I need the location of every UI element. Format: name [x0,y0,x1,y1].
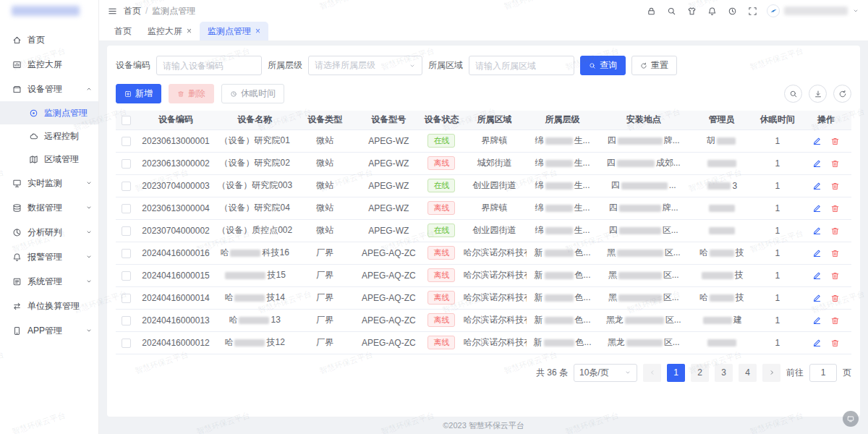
theme-icon[interactable] [687,7,697,16]
time-icon[interactable] [728,7,737,16]
row-checkbox[interactable] [122,339,131,348]
edit-button[interactable] [812,182,822,191]
level: 绵生... [527,174,597,197]
edit-button[interactable] [812,159,822,169]
lock-icon[interactable] [647,7,656,16]
install-location: 四... [598,174,689,197]
device-table: 设备编码设备名称设备类型设备型号设备状态所属区域所属层级安装地点管理员休眠时间操… [116,111,851,354]
edit-button[interactable] [812,249,822,258]
edit-button[interactable] [812,316,822,326]
tab-monitor-screen[interactable]: 监控大屏× [140,22,200,41]
edit-button[interactable] [812,226,822,236]
edit-button[interactable] [812,204,822,213]
sidebar-item-alarm-mgmt[interactable]: 报警管理 [0,244,98,269]
table-row: 20240416000012哈技12厂界APEG-AQ-ZC离线哈尔滨诺尔科技有… [116,331,851,354]
goto-unit: 页 [843,367,851,379]
sidebar-item-monitor-screen[interactable]: 监控大屏 [0,52,98,77]
sidebar-item-realtime-monitor[interactable]: 实时监测 [0,171,98,195]
sidebar-item-home[interactable]: 首页 [0,27,98,52]
row-checkbox[interactable] [122,271,131,281]
edit-button[interactable] [812,339,822,348]
sidebar-item-label: 单位换算管理 [27,300,80,312]
delete-row-button[interactable] [830,182,840,191]
close-icon[interactable]: × [187,27,192,35]
sidebar-item-app-mgmt[interactable]: APP管理 [0,318,98,343]
app-root: 首页监控大屏设备管理监测点管理远程控制区域管理实时监测数据管理分析研判报警管理系… [0,0,868,434]
fullscreen-icon[interactable] [748,7,757,16]
tab-monitor-point-mgmt[interactable]: 监测点管理× [200,22,268,41]
page-button-2[interactable]: 2 [691,364,709,382]
delete-row-button[interactable] [830,249,840,258]
redacted-text [545,160,573,167]
page-button-3[interactable]: 3 [715,364,733,382]
delete-row-button[interactable] [830,159,840,169]
search-button[interactable]: 查询 [580,56,626,75]
edit-button[interactable] [812,294,822,303]
table-row: 20230704000003（设备）研究院003微站APEG-WZ在线创业园街道… [116,174,851,197]
delete-row-button[interactable] [830,137,840,146]
sidebar-item-data-mgmt[interactable]: 数据管理 [0,195,98,220]
realtime-icon [12,179,22,188]
notification-icon[interactable] [707,7,717,16]
prev-page-button[interactable] [643,364,661,382]
sidebar-item-remote-control[interactable]: 远程控制 [0,124,98,148]
search-icon[interactable] [667,7,676,16]
breadcrumb-home[interactable]: 首页 [124,5,141,17]
device-type: 微站 [294,129,356,152]
redacted-text [626,339,663,346]
download-button[interactable] [809,85,827,103]
delete-button[interactable]: 删除 [169,84,214,103]
delete-row-button[interactable] [830,204,840,213]
row-checkbox[interactable] [122,204,131,213]
sidebar-item-unit-conversion-mgmt[interactable]: 单位换算管理 [0,294,98,318]
delete-row-button[interactable] [830,294,840,303]
row-checkbox[interactable] [122,182,131,191]
reset-button[interactable]: 重置 [631,56,677,75]
level-select[interactable]: 请选择所属层级 [308,56,422,75]
edit-button[interactable] [812,271,822,281]
delete-row-button[interactable] [830,339,840,348]
add-button[interactable]: 新增 [116,84,161,103]
page-button-4[interactable]: 4 [739,364,757,382]
row-checkbox[interactable] [122,294,131,303]
sidebar-item-region-mgmt[interactable]: 区域管理 [0,148,98,171]
edit-button[interactable] [812,137,822,146]
close-icon[interactable]: × [255,27,260,35]
column-header: 安装地点 [598,111,689,129]
table-search-button[interactable] [784,85,802,103]
row-checkbox[interactable] [122,249,131,258]
menu-collapse-button[interactable] [108,7,117,16]
clock-icon [230,90,237,98]
goto-page-input[interactable] [809,364,837,382]
sidebar-item-label: APP管理 [27,325,62,337]
row-checkbox[interactable] [122,137,131,146]
region-input[interactable] [469,56,574,75]
sidebar-item-analysis[interactable]: 分析研判 [0,220,98,244]
page-size-select[interactable]: 10条/页 [574,364,637,382]
page-button-1[interactable]: 1 [667,364,685,382]
device-name: （设备）质控点002 [216,219,294,242]
admin: 技 [689,264,754,286]
delete-row-button[interactable] [830,226,840,236]
column-header: 设备类型 [294,111,356,129]
sidebar-item-device-mgmt[interactable]: 设备管理 [0,77,98,101]
select-all-checkbox[interactable] [122,116,131,125]
delete-row-button[interactable] [830,316,840,326]
sidebar-item-monitor-point-mgmt[interactable]: 监测点管理 [0,101,98,124]
row-checkbox[interactable] [122,226,131,236]
chevron-down-icon [852,7,859,14]
user-menu[interactable] [767,4,859,17]
delete-row-button[interactable] [830,271,840,281]
floating-monitor-button[interactable] [843,411,859,427]
row-checkbox[interactable] [122,159,131,169]
sidebar-item-system-mgmt[interactable]: 系统管理 [0,269,98,294]
sleep-time-button[interactable]: 休眠时间 [221,84,284,103]
search-icon [667,7,676,16]
redacted-text [710,250,734,257]
device-name: 哈技14 [216,286,294,309]
next-page-button[interactable] [762,364,780,382]
refresh-button[interactable] [833,85,851,103]
row-checkbox[interactable] [122,316,131,326]
device-code-input[interactable] [156,56,262,75]
tab-home[interactable]: 首页 [106,22,140,41]
